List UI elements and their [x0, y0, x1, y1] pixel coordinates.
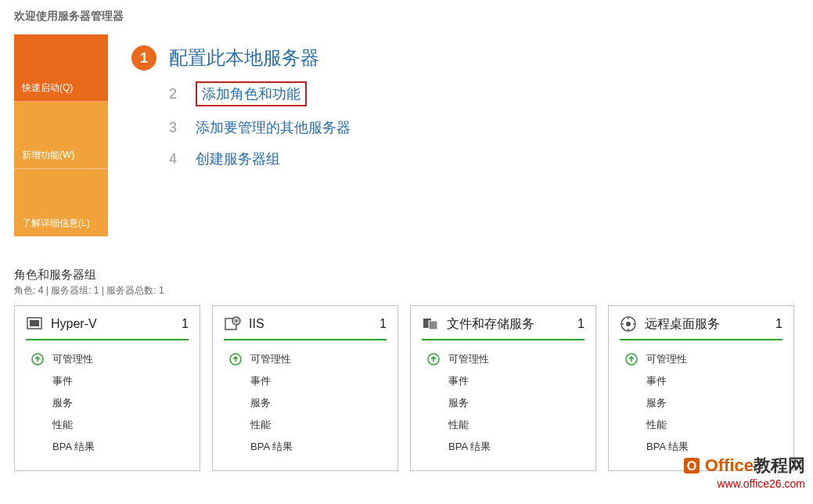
role-row-events[interactable]: 事件 — [422, 370, 585, 392]
watermark-url: www.office26.com — [682, 477, 805, 481]
arrow-up-circle-icon — [31, 352, 45, 366]
configure-local-server-link[interactable]: 配置此本地服务器 — [169, 45, 319, 70]
role-row-bpa[interactable]: BPA 结果 — [422, 436, 585, 458]
role-count: 1 — [182, 317, 189, 331]
office-logo-icon: O — [682, 455, 702, 476]
quickstart-step-4: 4 创建服务器组 — [163, 149, 775, 169]
role-row-services[interactable]: 服务 — [224, 392, 387, 414]
role-row-events[interactable]: 事件 — [26, 370, 189, 392]
role-row-manage[interactable]: 可管理性 — [26, 348, 189, 370]
sidebar-tabs: 快速启动(Q) 新增功能(W) 了解详细信息(L) — [14, 34, 108, 236]
quickstart-step-3: 3 添加要管理的其他服务器 — [163, 117, 775, 138]
role-row-bpa[interactable]: BPA 结果 — [26, 436, 189, 458]
quickstart-section: 快速启动(Q) 新增功能(W) 了解详细信息(L) 1 配置此本地服务器 2 添… — [14, 34, 799, 236]
role-row-label: 可管理性 — [646, 352, 687, 366]
tab-learn-more[interactable]: 了解详细信息(L) — [14, 169, 108, 236]
role-card-hyperv[interactable]: Hyper-V 1 可管理性 事件 服务 性能 BPA 结果 — [14, 305, 200, 471]
role-count: 1 — [775, 317, 782, 331]
role-row-label: 可管理性 — [52, 352, 93, 366]
step-number: 4 — [163, 149, 183, 169]
quickstart-primary: 1 配置此本地服务器 — [131, 45, 775, 70]
tab-quick-start[interactable]: 快速启动(Q) — [14, 34, 108, 102]
roles-header: 角色和服务器组 角色: 4 | 服务器组: 1 | 服务器总数: 1 — [14, 268, 799, 297]
role-separator — [422, 339, 585, 340]
arrow-up-circle-icon — [426, 352, 441, 366]
role-row-perf[interactable]: 性能 — [26, 414, 189, 436]
role-separator — [26, 339, 189, 340]
svg-rect-1 — [30, 320, 39, 326]
roles-title: 角色和服务器组 — [14, 268, 799, 283]
role-separator — [224, 339, 387, 340]
role-card-iis[interactable]: IIS 1 可管理性 事件 服务 性能 BPA 结果 — [212, 305, 398, 471]
role-row-manage[interactable]: 可管理性 — [422, 348, 585, 370]
role-count: 1 — [380, 317, 387, 331]
step-number-badge: 1 — [131, 45, 156, 70]
remote-desktop-icon — [620, 315, 637, 333]
role-row-services[interactable]: 服务 — [422, 392, 585, 414]
file-storage-icon — [422, 315, 439, 333]
roles-grid: Hyper-V 1 可管理性 事件 服务 性能 BPA 结果 IIS — [14, 305, 799, 471]
iis-icon — [224, 315, 241, 333]
role-row-perf[interactable]: 性能 — [224, 414, 387, 436]
role-name: 文件和存储服务 — [447, 316, 570, 333]
svg-rect-7 — [429, 321, 437, 329]
role-row-events[interactable]: 事件 — [224, 370, 387, 392]
role-name: Hyper-V — [51, 317, 174, 331]
arrow-up-circle-icon — [624, 352, 639, 366]
role-row-manage[interactable]: 可管理性 — [224, 348, 387, 370]
svg-point-10 — [626, 322, 631, 326]
role-row-label: 可管理性 — [448, 352, 489, 366]
role-row-manage[interactable]: 可管理性 — [620, 348, 782, 370]
create-server-group-link[interactable]: 创建服务器组 — [196, 149, 280, 168]
role-name: IIS — [249, 317, 372, 331]
quickstart-content: 1 配置此本地服务器 2 添加角色和功能 3 添加要管理的其他服务器 4 创建服… — [108, 34, 799, 236]
arrow-up-circle-icon — [228, 352, 243, 366]
role-row-services[interactable]: 服务 — [620, 392, 782, 414]
role-row-perf[interactable]: 性能 — [422, 414, 585, 436]
role-row-label: 可管理性 — [250, 352, 291, 366]
role-row-events[interactable]: 事件 — [620, 370, 782, 392]
role-count: 1 — [577, 317, 585, 331]
hyperv-icon — [26, 315, 43, 333]
tab-whats-new[interactable]: 新增功能(W) — [14, 102, 108, 169]
role-row-perf[interactable]: 性能 — [620, 414, 782, 436]
role-card-file-storage[interactable]: 文件和存储服务 1 可管理性 事件 服务 性能 BPA 结果 — [410, 305, 596, 471]
role-row-services[interactable]: 服务 — [26, 392, 189, 414]
welcome-title: 欢迎使用服务器管理器 — [14, 9, 799, 23]
add-other-servers-link[interactable]: 添加要管理的其他服务器 — [196, 118, 351, 137]
role-separator — [620, 339, 782, 340]
role-row-bpa[interactable]: BPA 结果 — [224, 436, 387, 458]
step-number: 3 — [163, 117, 183, 138]
role-name: 远程桌面服务 — [645, 316, 768, 333]
svg-text:O: O — [686, 459, 696, 473]
add-roles-features-link[interactable]: 添加角色和功能 — [196, 81, 307, 106]
quickstart-step-2: 2 添加角色和功能 — [163, 81, 775, 106]
watermark: O Office教程网 www.office26.com — [682, 454, 805, 481]
role-card-remote-desktop[interactable]: 远程桌面服务 1 可管理性 事件 服务 性能 BPA 结果 — [608, 305, 794, 471]
step-number: 2 — [163, 84, 183, 104]
roles-subtitle: 角色: 4 | 服务器组: 1 | 服务器总数: 1 — [14, 284, 799, 297]
